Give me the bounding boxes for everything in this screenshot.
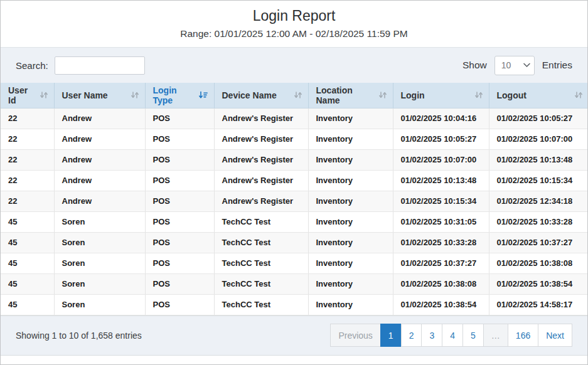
- cell-logout: 01/02/2025 12:34:18: [489, 191, 588, 211]
- pagination-next-button[interactable]: Next: [538, 324, 572, 347]
- cell-login: 01/02/2025 10:07:00: [393, 149, 489, 170]
- table-row: 45SorenPOSTechCC TestInventory01/02/2025…: [1, 273, 588, 294]
- table-toolbar: Search: Show 10 Entries: [1, 47, 587, 83]
- cell-logout: 01/02/2025 10:38:54: [489, 273, 588, 294]
- cell-user-id: 22: [1, 170, 54, 191]
- table-header-row: User IdUser NameLogin TypeDevice NameLoc…: [1, 83, 588, 108]
- cell-user-name: Soren: [54, 253, 145, 273]
- cell-logout: 01/02/2025 10:38:08: [489, 253, 588, 273]
- table-row: 45SorenPOSTechCC TestInventory01/02/2025…: [1, 211, 588, 232]
- sort-both-icon: [378, 91, 387, 99]
- column-header-login-type[interactable]: Login Type: [145, 83, 214, 108]
- entries-summary: Showing 1 to 10 of 1,658 entries: [16, 331, 142, 341]
- cell-device-name: TechCC Test: [214, 294, 308, 315]
- cell-login-type: POS: [145, 170, 214, 191]
- page-title: Login Report: [1, 6, 587, 25]
- cell-login-type: POS: [145, 211, 214, 232]
- cell-login-type: POS: [145, 294, 214, 315]
- column-label: User Name: [62, 90, 108, 100]
- pagination-page-166[interactable]: 166: [508, 324, 538, 347]
- cell-user-id: 22: [1, 149, 54, 170]
- sort-both-icon: [474, 91, 483, 99]
- table-row: 22AndrewPOSAndrew's RegisterInventory01/…: [1, 191, 588, 211]
- table-row: 45SorenPOSTechCC TestInventory01/02/2025…: [1, 294, 588, 315]
- column-label: User Id: [8, 85, 36, 105]
- cell-logout: 01/02/2025 10:37:27: [489, 232, 588, 253]
- cell-location-name: Inventory: [308, 149, 393, 170]
- pagination-page-2[interactable]: 2: [401, 324, 422, 347]
- table-row: 22AndrewPOSAndrew's RegisterInventory01/…: [1, 170, 588, 191]
- table-footer: Showing 1 to 10 of 1,658 entries Previou…: [1, 315, 587, 356]
- bottom-strip: [1, 356, 587, 365]
- cell-device-name: Andrew's Register: [214, 191, 308, 211]
- column-label: Location Name: [316, 85, 375, 105]
- column-label: Device Name: [222, 90, 277, 100]
- show-label: Show: [462, 60, 487, 71]
- column-label: Login Type: [153, 85, 195, 105]
- cell-user-id: 45: [1, 273, 54, 294]
- cell-user-name: Soren: [54, 273, 145, 294]
- search-control: Search:: [16, 56, 145, 75]
- cell-location-name: Inventory: [308, 253, 393, 273]
- cell-user-name: Soren: [54, 211, 145, 232]
- cell-login-type: POS: [145, 129, 214, 149]
- pagination: Previous12345…166Next: [330, 324, 572, 347]
- sort-both-icon: [40, 91, 48, 99]
- pagination-page-1[interactable]: 1: [380, 324, 402, 347]
- login-report-table: User IdUser NameLogin TypeDevice NameLoc…: [1, 83, 588, 315]
- pagination-page-5[interactable]: 5: [462, 324, 484, 347]
- cell-location-name: Inventory: [308, 294, 393, 315]
- table-row: 22AndrewPOSAndrew's RegisterInventory01/…: [1, 129, 588, 149]
- cell-login: 01/02/2025 10:13:48: [393, 170, 489, 191]
- cell-location-name: Inventory: [308, 232, 393, 253]
- sort-both-icon: [131, 91, 139, 99]
- cell-login-type: POS: [145, 149, 214, 170]
- cell-user-name: Soren: [54, 232, 145, 253]
- sort-both-icon: [574, 91, 583, 99]
- cell-user-name: Andrew: [54, 108, 145, 129]
- cell-user-id: 45: [1, 294, 54, 315]
- table-row: 45SorenPOSTechCC TestInventory01/02/2025…: [1, 253, 588, 273]
- table-row: 22AndrewPOSAndrew's RegisterInventory01/…: [1, 149, 588, 170]
- cell-login: 01/02/2025 10:04:16: [393, 108, 489, 129]
- cell-login-type: POS: [145, 191, 214, 211]
- cell-device-name: TechCC Test: [214, 232, 308, 253]
- cell-login: 01/02/2025 10:38:08: [393, 273, 489, 294]
- column-header-location-name[interactable]: Location Name: [308, 83, 393, 108]
- column-label: Login: [401, 90, 425, 100]
- login-report-page: Login Report Range: 01/01/2025 12:00 AM …: [0, 0, 588, 365]
- date-range-subtitle: Range: 01/01/2025 12:00 AM - 02/18/2025 …: [1, 28, 587, 40]
- column-header-login[interactable]: Login: [393, 83, 489, 108]
- pagination-page-3[interactable]: 3: [421, 324, 442, 347]
- column-header-user-id[interactable]: User Id: [1, 83, 54, 108]
- cell-device-name: Andrew's Register: [214, 170, 308, 191]
- sort-amount-down-icon: [198, 91, 208, 99]
- cell-device-name: TechCC Test: [214, 253, 308, 273]
- cell-user-id: 22: [1, 129, 54, 149]
- search-input[interactable]: [55, 56, 145, 75]
- column-label: Logout: [497, 90, 527, 100]
- cell-logout: 01/02/2025 10:07:00: [489, 129, 588, 149]
- cell-login-type: POS: [145, 232, 214, 253]
- pagination-page-4[interactable]: 4: [442, 324, 463, 347]
- column-header-logout[interactable]: Logout: [489, 83, 588, 108]
- column-header-device-name[interactable]: Device Name: [214, 83, 308, 108]
- cell-location-name: Inventory: [308, 170, 393, 191]
- cell-user-name: Andrew: [54, 191, 145, 211]
- cell-device-name: TechCC Test: [214, 273, 308, 294]
- page-size-select[interactable]: 10: [494, 56, 535, 75]
- cell-login: 01/02/2025 10:38:54: [393, 294, 489, 315]
- cell-user-id: 22: [1, 191, 54, 211]
- cell-user-name: Andrew: [54, 129, 145, 149]
- cell-device-name: TechCC Test: [214, 211, 308, 232]
- cell-user-id: 45: [1, 211, 54, 232]
- cell-logout: 01/02/2025 14:58:17: [489, 294, 588, 315]
- cell-logout: 01/02/2025 10:13:48: [489, 149, 588, 170]
- report-header: Login Report Range: 01/01/2025 12:00 AM …: [1, 1, 587, 47]
- table-body: 22AndrewPOSAndrew's RegisterInventory01/…: [1, 108, 588, 315]
- cell-user-name: Andrew: [54, 149, 145, 170]
- cell-login-type: POS: [145, 253, 214, 273]
- column-header-user-name[interactable]: User Name: [54, 83, 145, 108]
- cell-login: 01/02/2025 10:05:27: [393, 129, 489, 149]
- pagination-previous-button[interactable]: Previous: [330, 324, 380, 347]
